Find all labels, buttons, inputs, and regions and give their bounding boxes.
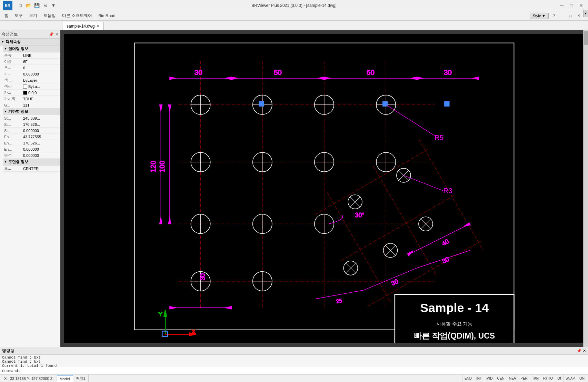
style-area: Style ▼ ? ─ □ ✕ [530, 12, 587, 20]
prop-sy: St... 170.526... [3, 121, 60, 128]
toolbar-right-icons: ? ─ □ ✕ [550, 12, 584, 20]
command-line-1: Cannot find : bxt [2, 355, 586, 360]
command-prompt: Command: [2, 369, 20, 373]
snap-cen[interactable]: CEN [495, 375, 507, 382]
svg-rect-71 [382, 101, 388, 107]
menu-tools[interactable]: 도구 [12, 12, 26, 20]
section-rendering[interactable]: ▼ 렌더링 정보 [3, 46, 60, 52]
close-ribbon[interactable]: ✕ [575, 12, 582, 20]
sidebar-title: 속성정보 [1, 31, 18, 37]
command-area: 명령행 📌 ✕ Cannot find : bxt Cannot find : … [0, 347, 588, 374]
tab-sample14[interactable]: sample-14.dwg ✕ [62, 22, 104, 30]
sidebar-header: 속성정보 📌 ✕ [0, 30, 60, 39]
snap-tan[interactable]: TAN [530, 375, 541, 382]
prop-sz: St... 0.000000 [3, 128, 60, 134]
model-tab[interactable]: Model [57, 375, 73, 382]
drawing-svg: 30 50 50 [64, 34, 584, 343]
layer-info-section: ▼ 도면층 정보 도... CENTER [0, 159, 60, 172]
save-button[interactable]: 💾 [33, 2, 41, 9]
svg-text:Y: Y [159, 311, 162, 317]
minimize-ribbon[interactable]: ─ [558, 12, 566, 20]
vertical-scrollbar[interactable] [583, 30, 588, 347]
viewer-area[interactable]: 30 50 50 [60, 30, 588, 347]
prop-thickness: 두... 0 [3, 65, 60, 71]
scrollbar-thumb[interactable] [584, 31, 588, 45]
snap-items: END INT MID CEN NEA PER TAN RTHO OI SNAP… [462, 375, 587, 382]
menu-other-software[interactable]: 다른 소프트웨어 [59, 12, 95, 20]
snap-on[interactable]: ON [577, 375, 587, 382]
sidebar: 속성정보 📌 ✕ ▼ 객체속성 ▼ 렌더링 정보 종류 LINE [0, 30, 60, 347]
prop-ez: En... 0.000000 [3, 146, 60, 152]
tab-bar: sample-14.dwg ✕ ▼ [0, 21, 588, 30]
pin-icon[interactable]: 📌 [49, 32, 54, 37]
help-button[interactable]: ? [550, 12, 558, 20]
prop-layer: 도... CENTER [3, 165, 60, 172]
dwg-canvas[interactable]: 30 50 50 [64, 34, 585, 343]
command-input-row: Command: [0, 367, 588, 374]
svg-rect-70 [259, 101, 264, 107]
snap-ortho[interactable]: RTHO [541, 375, 555, 382]
command-input[interactable] [20, 369, 586, 373]
menu-bimroad[interactable]: BimRoad [96, 12, 118, 19]
prop-ey: En... 170.526... [3, 140, 60, 146]
prop-color-swatch: 색상 ByLa... [3, 83, 60, 90]
svg-text:R5: R5 [435, 133, 444, 141]
svg-text:50: 50 [367, 68, 375, 76]
canvas-container[interactable]: 30 50 50 [60, 30, 588, 347]
svg-text:30°: 30° [355, 212, 365, 219]
tab-close-button[interactable]: ✕ [97, 24, 99, 28]
color-swatch-black [23, 91, 27, 95]
svg-text:50: 50 [274, 68, 282, 76]
command-pin[interactable]: 📌 [577, 349, 581, 353]
title-bar: BR □ 📂 💾 🖨 ▼ BRViewer Plus 2021 (3.0.0) … [0, 0, 588, 11]
command-close[interactable]: ✕ [583, 349, 586, 353]
color-swatch-white [23, 84, 27, 89]
app-icon: BR [3, 1, 12, 10]
snap-end[interactable]: END [462, 375, 474, 382]
geometry-info-section: ▼ 기하학 정보 St... 245.689... St... 170.526.… [0, 108, 60, 159]
snap-nea[interactable]: NEA [507, 375, 518, 382]
menu-view[interactable]: 보기 [26, 12, 40, 20]
section-object-properties[interactable]: ▼ 객체속성 [0, 39, 60, 46]
prop-area: 면적 0.000000 [3, 152, 60, 159]
menu-bar: 홈 도구 보기 도움말 다른 소프트웨어 BimRoad Style ▼ ? ─… [0, 11, 588, 21]
prop-linescale: 가... 0.000000 [3, 71, 60, 77]
menu-home[interactable]: 홈 [1, 12, 11, 20]
snap-per[interactable]: PER [518, 375, 530, 382]
sidebar-close-icon[interactable]: ✕ [55, 32, 59, 37]
snap-mid[interactable]: MID [484, 375, 495, 382]
open-button[interactable]: 📂 [25, 2, 32, 9]
section-geometry[interactable]: ▼ 기하학 정보 [3, 108, 60, 115]
snap-int[interactable]: INT [474, 375, 484, 382]
section-layer[interactable]: ▼ 도면층 정보 [3, 159, 60, 165]
close-button[interactable]: ✕ [577, 1, 585, 10]
maximize-button[interactable]: □ [567, 1, 576, 10]
layout-tab[interactable]: 배치1 [73, 375, 89, 382]
command-line-3: Current 1, total 1 found [2, 364, 586, 367]
style-dropdown[interactable]: Style ▼ [530, 13, 549, 19]
tab-scroll-button[interactable]: ▼ [583, 10, 588, 17]
snap-oi[interactable]: OI [555, 375, 563, 382]
command-output: Cannot find : bxt Cannot find : bxt Curr… [0, 355, 588, 367]
qa-dropdown[interactable]: ▼ [50, 2, 57, 9]
print-button[interactable]: 🖨 [41, 2, 49, 9]
prop-g: G... 111 [3, 102, 60, 108]
menu-help[interactable]: 도움말 [41, 12, 59, 20]
prop-sx: St... 245.689... [3, 115, 60, 121]
command-header: 명령행 📌 ✕ [0, 347, 588, 355]
properties-panel: ▼ 객체속성 ▼ 렌더링 정보 종류 LINE 이름 6F 두... [0, 39, 60, 347]
snap-snap[interactable]: SNAP [563, 375, 577, 382]
command-title: 명령행 [2, 348, 14, 354]
prop-color-name: 색 ... ByLayer [3, 77, 60, 83]
svg-rect-72 [444, 101, 449, 107]
minimize-button[interactable]: ─ [558, 1, 566, 10]
main-area: 속성정보 📌 ✕ ▼ 객체속성 ▼ 렌더링 정보 종류 LINE [0, 30, 588, 347]
svg-text:120: 120 [149, 161, 157, 172]
new-button[interactable]: □ [17, 2, 24, 9]
maximize-ribbon[interactable]: □ [567, 12, 574, 20]
svg-text:Sample - 14: Sample - 14 [420, 301, 489, 315]
prop-ex: En... 43.777555 [3, 134, 60, 140]
svg-text:30: 30 [199, 273, 206, 280]
status-bar: X: -33.13158 Y: 197.82000 Z: Model 배치1 E… [0, 374, 588, 382]
svg-text:R3: R3 [444, 187, 452, 194]
